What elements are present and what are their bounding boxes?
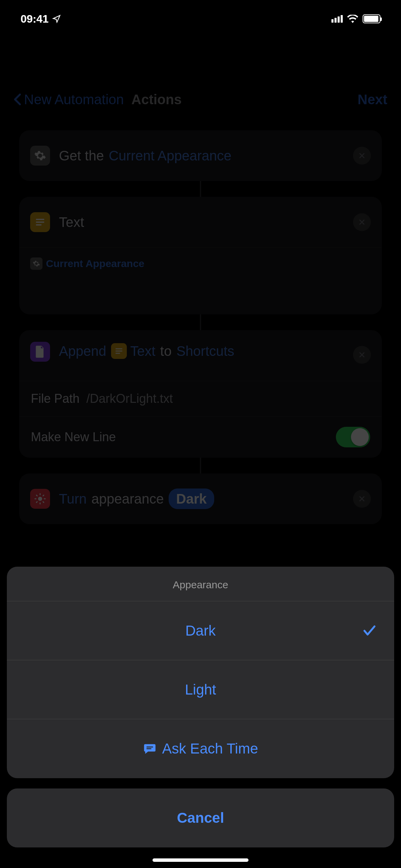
battery-icon bbox=[363, 14, 380, 23]
check-icon bbox=[362, 623, 377, 638]
status-bar: 09:41 bbox=[0, 0, 401, 38]
sheet-title: Appearance bbox=[7, 567, 394, 601]
option-label: Ask Each Time bbox=[162, 740, 258, 757]
option-light[interactable]: Light bbox=[7, 660, 394, 719]
cancel-label: Cancel bbox=[177, 810, 224, 826]
cancel-button[interactable]: Cancel bbox=[7, 788, 394, 847]
option-label: Dark bbox=[185, 623, 216, 639]
action-sheet: Appearance Dark Light Ask Each Time Canc… bbox=[7, 567, 394, 847]
option-ask-each-time[interactable]: Ask Each Time bbox=[7, 719, 394, 778]
home-indicator[interactable] bbox=[153, 858, 248, 862]
wifi-icon bbox=[347, 15, 359, 23]
location-icon bbox=[52, 14, 61, 23]
option-dark[interactable]: Dark bbox=[7, 601, 394, 660]
cellular-icon bbox=[331, 15, 343, 23]
message-icon bbox=[143, 742, 157, 756]
option-label: Light bbox=[185, 682, 216, 698]
